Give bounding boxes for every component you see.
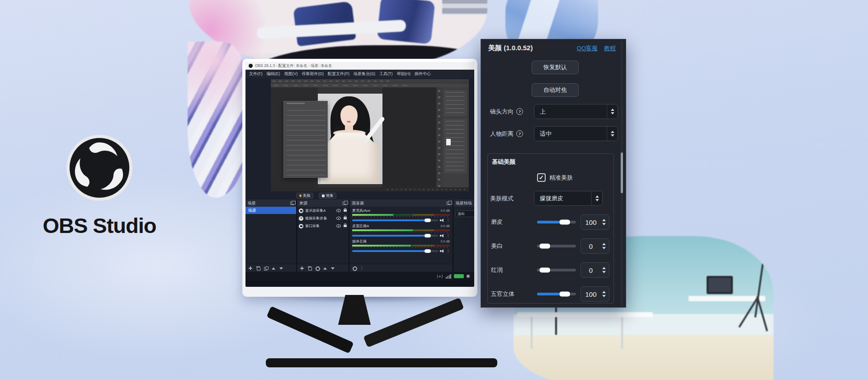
spinner-icons[interactable] [607, 104, 618, 119]
slider-handle[interactable] [559, 219, 571, 225]
move-source-down-button[interactable] [330, 266, 335, 271]
mixer-dock-title: 混音器 [352, 200, 364, 206]
visibility-icon[interactable] [336, 224, 341, 228]
duplicate-scene-button[interactable] [264, 266, 268, 271]
obs-logo-icon [65, 133, 134, 202]
value-spinbox[interactable]: 0 [580, 238, 609, 254]
source-item[interactable]: 窗口采集 [297, 222, 349, 230]
beauty-panel-title: 美颜 (1.0.0.52) [488, 44, 533, 52]
lock-icon[interactable] [344, 217, 347, 219]
move-source-up-button[interactable] [323, 266, 327, 271]
portrait-icon [322, 195, 325, 197]
slider-track[interactable] [537, 293, 576, 295]
scenes-dock: 场景 场景 [245, 200, 296, 272]
scrollbar-thumb[interactable] [621, 152, 623, 193]
obs-window-title: OBS 29.1.3 - 配置文件: 未命名 - 场景: 未命名 [255, 63, 332, 69]
move-scene-down-button[interactable] [279, 266, 283, 271]
slider-handle[interactable] [559, 291, 571, 297]
slider-handle[interactable] [539, 243, 551, 249]
add-scene-button[interactable] [248, 266, 253, 271]
captured-photoshop-window [271, 79, 469, 191]
source-item[interactable]: 显示器采集A [297, 207, 349, 214]
beauty-toggle-button[interactable]: 美颜 [296, 193, 313, 199]
slider-track[interactable] [537, 269, 576, 271]
monitor-stand-leg-right [363, 298, 464, 347]
menu-edit[interactable]: 编辑(E) [267, 71, 280, 77]
speaker-icon[interactable] [440, 249, 444, 253]
spinner-icons[interactable] [601, 219, 609, 225]
lock-icon[interactable] [344, 209, 347, 212]
sources-dock-title: 来源 [299, 200, 307, 206]
spinner-icons[interactable] [601, 291, 609, 297]
mixer-options-button[interactable] [352, 266, 357, 271]
dock-popout-icon[interactable] [290, 202, 294, 205]
transitions-dock-title: 场景转场 [456, 200, 472, 206]
obs-studio-wordmark: OBS Studio [18, 213, 181, 238]
camera-direction-select[interactable]: 上 [534, 104, 618, 119]
menu-profile[interactable]: 配置文件(P) [328, 71, 349, 77]
precise-skin-checkbox[interactable]: ✓ [537, 173, 546, 182]
mixer-channel: 媒体音频 0.0 dB ⋮ [349, 238, 453, 253]
help-icon[interactable]: ? [516, 130, 523, 137]
transition-select[interactable]: 淡出 [455, 210, 474, 217]
move-scene-up-button[interactable] [271, 266, 276, 271]
monitor-stand-base [266, 358, 497, 367]
person-distance-select[interactable]: 适中 [534, 126, 618, 141]
slider-handle[interactable] [539, 267, 551, 273]
precise-skin-row: ✓ 精准美肤 [537, 173, 573, 182]
mixer-more-icon[interactable]: ⋮ [360, 266, 363, 270]
source-properties-button[interactable] [315, 266, 320, 271]
skin-mode-select[interactable]: 朦胧磨皮 [534, 191, 603, 206]
value-spinbox[interactable]: 100 [580, 286, 609, 302]
tutorial-link[interactable]: 教程 [604, 44, 616, 52]
add-source-button[interactable] [300, 266, 304, 271]
spinner-icons[interactable] [601, 243, 609, 249]
value-spinbox[interactable]: 100 [580, 214, 609, 230]
qq-support-link[interactable]: QQ客服 [577, 44, 598, 52]
channel-options-icon[interactable]: ⋮ [446, 234, 450, 238]
menu-file[interactable]: 文件(F) [249, 71, 263, 77]
window-icon [299, 224, 303, 228]
menu-plugin-center[interactable]: 插件中心 [415, 71, 431, 77]
value-spinbox[interactable]: 0 [580, 262, 609, 278]
source-item[interactable]: 视频采集设备 [297, 214, 349, 222]
display-icon [299, 209, 303, 213]
face-3d-slider-row: 五官立体 100 [481, 286, 627, 302]
remove-scene-button[interactable] [256, 266, 260, 271]
monitor-stand-leg-left [266, 306, 354, 353]
visibility-icon[interactable] [336, 217, 341, 220]
volume-slider[interactable] [352, 250, 438, 252]
visibility-icon[interactable] [336, 209, 341, 212]
lock-icon[interactable] [344, 225, 347, 227]
speaker-icon[interactable] [440, 234, 444, 238]
menu-help[interactable]: 帮助(H) [397, 71, 411, 77]
menu-view[interactable]: 视图(V) [284, 71, 298, 77]
audio-mixer-dock: 混音器 麦克风/Aux 0.0 dB ⋮ [349, 200, 453, 272]
remove-source-button[interactable] [307, 266, 312, 271]
sources-dock: 来源 显示器采集A 视频采集设备 [297, 200, 349, 272]
menu-tools[interactable]: 工具(T) [379, 71, 393, 77]
slider-track[interactable] [537, 245, 576, 247]
volume-slider[interactable] [352, 235, 438, 237]
volume-slider[interactable] [352, 219, 438, 221]
rec-status-icon [467, 275, 470, 278]
ps-options-bar [271, 83, 469, 87]
channel-options-icon[interactable]: ⋮ [446, 249, 450, 253]
channel-options-icon[interactable]: ⋮ [446, 218, 450, 222]
mixer-channel: 麦克风/Aux 0.0 dB ⋮ [349, 207, 453, 222]
auto-focus-button[interactable]: 自动对焦 [532, 83, 579, 97]
matting-toggle-button[interactable]: 抠像 [319, 193, 336, 199]
rosy-slider-row: 红润 0 [481, 262, 627, 278]
dock-popout-icon[interactable] [447, 202, 450, 205]
menu-scene-collection[interactable]: 场景集合(S) [354, 71, 375, 77]
spinner-icons[interactable] [601, 267, 609, 273]
slider-track[interactable] [537, 221, 576, 223]
spinner-icons[interactable] [591, 191, 602, 205]
menu-docks[interactable]: 停靠部件(D) [302, 71, 324, 77]
dock-popout-icon[interactable] [343, 202, 346, 205]
help-icon[interactable]: ? [516, 108, 523, 115]
spinner-icons[interactable] [607, 127, 618, 141]
restore-defaults-button[interactable]: 恢复默认 [532, 61, 579, 74]
scene-item-selected[interactable]: 场景 [245, 207, 296, 214]
speaker-icon[interactable] [440, 218, 444, 222]
